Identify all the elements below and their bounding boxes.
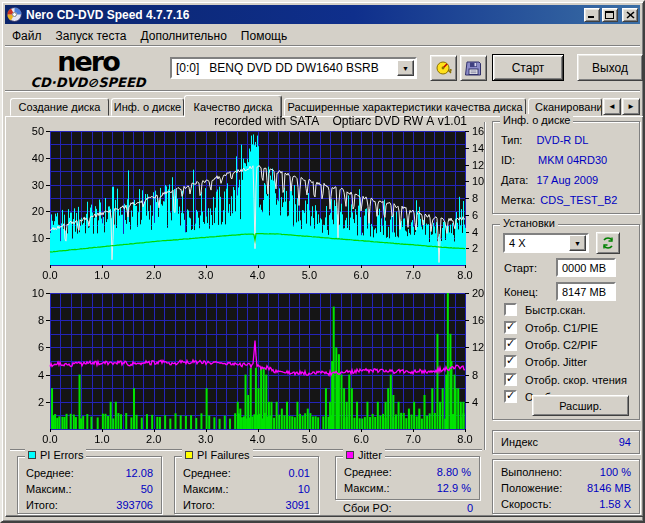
- disc-label-value: CDS_TEST_B2: [540, 194, 631, 208]
- po-failures-label: Сбои PO:: [343, 502, 392, 514]
- nero-logo: nero CD·DVD⊘SPEED: [18, 48, 158, 89]
- disc-info-title: Инф. о диске: [500, 114, 573, 126]
- checkbox-show-c1pie[interactable]: Отобр. C1/PIE: [504, 321, 598, 334]
- show-read-speed-checkbox[interactable]: [504, 373, 517, 386]
- index-value: 94: [619, 436, 631, 450]
- checkbox-show-c2pif[interactable]: Отобр. C2/PIF: [504, 338, 597, 351]
- speed-select-arrow[interactable]: ▼: [569, 235, 586, 251]
- disc-type-value: DVD-R DL: [536, 134, 631, 148]
- disc-id-value: MKM 04RD30: [538, 154, 631, 168]
- pif-jitter-chart-canvas: [22, 284, 487, 446]
- save-button[interactable]: [460, 55, 487, 81]
- end-mb-field[interactable]: 8147 MB: [556, 282, 616, 301]
- jitter-legend-chip: [346, 451, 354, 459]
- jitter-group: Jitter Среднее:8.80 % Максим.:12.9 %: [335, 456, 480, 500]
- start-button[interactable]: Старт: [492, 54, 564, 81]
- exit-button[interactable]: Выход: [577, 54, 643, 81]
- speed-gauge-icon: [435, 59, 453, 77]
- speed-select[interactable]: 4 X ▼: [503, 233, 589, 253]
- pi-errors-group: PI Errors Среднее:12.08 Максим.:50 Итого…: [17, 456, 162, 514]
- window-title: Nero CD-DVD Speed 4.7.7.16: [26, 8, 582, 22]
- po-failures-value: 0: [467, 502, 473, 514]
- disc-info-group: Инф. о диске Тип:DVD-R DL ID:MKM 04RD30 …: [492, 121, 640, 214]
- drive-select[interactable]: [0:0] BENQ DVD DD DW1640 BSRB ▼: [170, 57, 417, 79]
- menu-help[interactable]: Помощь: [234, 27, 294, 45]
- jitter-title: Jitter: [343, 449, 385, 461]
- settings-title: Установки: [500, 217, 558, 229]
- disc-date-value: 17 Aug 2009: [536, 174, 631, 188]
- show-jitter-checkbox[interactable]: [504, 355, 517, 368]
- show-c1pie-checkbox[interactable]: [504, 321, 517, 334]
- maximize-button[interactable]: [602, 8, 618, 22]
- start-mb-field[interactable]: 0000 MB: [556, 258, 616, 277]
- minimize-button[interactable]: [584, 8, 600, 22]
- fast-scan-checkbox[interactable]: [504, 303, 517, 316]
- progress-panel: Выполнено:100 % Положение:8146 MB Скорос…: [492, 459, 640, 514]
- refresh-button[interactable]: [596, 232, 620, 254]
- checkbox-fast-scan[interactable]: Быстр.скан.: [504, 303, 586, 316]
- disc-label-label: Метка:: [501, 194, 535, 208]
- checkbox-show-read-speed[interactable]: Отобр. скор. чтения: [504, 373, 627, 386]
- pi-errors-title: PI Errors: [25, 449, 86, 461]
- quality-chart-canvas: [22, 114, 487, 284]
- start-mb-label: Старт:: [504, 262, 537, 274]
- app-window: Nero CD-DVD Speed 4.7.7.16 Файл Запуск т…: [0, 0, 645, 523]
- checkbox-show-jitter[interactable]: Отобр. Jitter: [504, 355, 587, 368]
- menu-extra[interactable]: Дополнительно: [133, 27, 233, 45]
- index-label: Индекс: [501, 436, 538, 450]
- show-write-speed-checkbox[interactable]: [504, 390, 517, 403]
- tab-scroll-right-icon[interactable]: ►: [622, 98, 640, 115]
- divider: [5, 90, 640, 92]
- advanced-button[interactable]: Расшир.: [532, 395, 629, 416]
- menu-run-test[interactable]: Запуск теста: [49, 27, 134, 45]
- disc-type-label: Тип:: [501, 134, 522, 148]
- drive-select-value: [0:0] BENQ DVD DD DW1640 BSRB: [172, 61, 397, 75]
- pi-errors-legend-chip: [28, 451, 36, 459]
- show-c2pif-checkbox[interactable]: [504, 338, 517, 351]
- tab-scroll-left-icon[interactable]: ◄: [603, 98, 621, 115]
- drive-select-arrow[interactable]: ▼: [397, 60, 414, 76]
- index-panel: Индекс 94: [492, 430, 640, 454]
- close-button[interactable]: [622, 8, 638, 22]
- menu-file[interactable]: Файл: [5, 27, 49, 45]
- title-bar: Nero CD-DVD Speed 4.7.7.16: [5, 5, 640, 24]
- pi-failures-title: PI Failures: [182, 449, 253, 461]
- po-failures-row: Сбои PO: 0: [343, 502, 473, 514]
- pi-failures-legend-chip: [185, 451, 193, 459]
- save-floppy-icon: [465, 60, 482, 77]
- end-mb-label: Конец:: [504, 286, 538, 298]
- pi-failures-group: PI Failures Среднее:0.01 Максим.:10 Итог…: [174, 456, 319, 514]
- disc-id-label: ID:: [501, 154, 515, 168]
- speed-gauge-button[interactable]: [430, 55, 457, 81]
- app-icon: [7, 7, 22, 22]
- speed-select-value: 4 X: [505, 237, 569, 249]
- divider: [484, 122, 486, 450]
- refresh-icon: [601, 236, 615, 250]
- disc-date-label: Дата:: [501, 174, 528, 188]
- settings-group: Установки 4 X ▼ Старт: 0000 MB Конец: 81…: [492, 224, 640, 420]
- menu-bar: Файл Запуск теста Дополнительно Помощь: [5, 26, 640, 45]
